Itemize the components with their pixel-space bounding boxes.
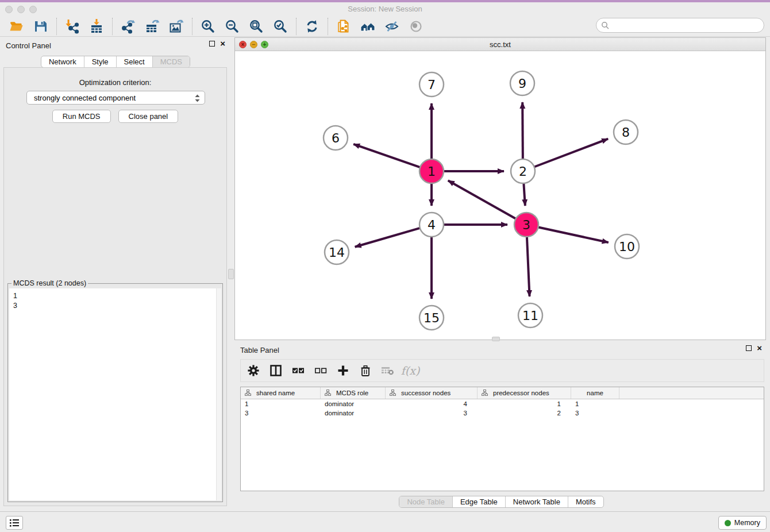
tab-edge-table[interactable]: Edge Table (452, 496, 505, 507)
save-session-icon[interactable] (33, 19, 48, 34)
graph-edge-2-9[interactable] (522, 102, 523, 160)
tab-style[interactable]: Style (84, 56, 116, 67)
ndex-browse-icon[interactable] (360, 19, 375, 34)
close-panel-button[interactable]: Close panel (118, 110, 179, 123)
tab-network-table[interactable]: Network Table (505, 496, 568, 507)
titlebar: Session: New Session (0, 2, 770, 16)
control-panel-title: Control Panel (6, 41, 51, 50)
graph-edge-4-14[interactable] (355, 228, 421, 246)
table-cell[interactable]: 3 (386, 408, 478, 418)
result-scrollbar[interactable] (216, 288, 221, 500)
namespace-icon (325, 390, 331, 397)
control-panel: Control Panel × NetworkStyleSelectMCDS O… (0, 37, 231, 511)
network-canvas[interactable]: 7968124314101511 (235, 51, 765, 340)
optimization-criterion-select[interactable]: strongly connected component (26, 91, 205, 105)
toolbar-separator (296, 18, 297, 35)
copy-network-icon[interactable] (336, 19, 351, 34)
export-network-icon[interactable] (121, 19, 136, 34)
graph-edge-1-6[interactable] (353, 144, 421, 168)
export-image-icon[interactable] (169, 19, 184, 34)
column-header-name[interactable]: name (571, 387, 619, 399)
column-manager-icon[interactable] (269, 364, 283, 377)
tab-select[interactable]: Select (116, 56, 152, 67)
table-cell[interactable]: 1 (571, 399, 619, 408)
toolbar-separator (192, 18, 192, 35)
table-cell[interactable]: 2 (478, 408, 571, 418)
task-history-button[interactable] (6, 516, 23, 530)
window-title: Session: New Session (0, 5, 770, 13)
graph-edge-2-3[interactable] (523, 182, 525, 206)
table-panel-tabs: Node TableEdge TableNetwork TableMotifs (233, 496, 770, 508)
graph-edge-3-11[interactable] (527, 236, 530, 296)
graph-edge-2-8[interactable] (533, 139, 608, 168)
run-mcds-button[interactable]: Run MCDS (52, 110, 111, 123)
column-header-mcds-role[interactable]: MCDS role (321, 387, 386, 399)
function-builder-icon: f(x) (403, 364, 417, 377)
network-graph[interactable]: 7968124314101511 (235, 51, 765, 340)
table-cell[interactable]: 4 (386, 399, 478, 408)
network-window-titlebar[interactable]: × − + scc.txt (235, 38, 765, 51)
export-table-icon[interactable] (145, 19, 160, 34)
table-cell[interactable]: 3 (241, 408, 321, 418)
search-input[interactable] (596, 18, 764, 33)
tab-network[interactable]: Network (41, 56, 84, 67)
import-table-icon[interactable] (89, 19, 104, 34)
float-panel-icon[interactable] (209, 41, 215, 47)
toolbar-separator (56, 18, 57, 35)
table-cell[interactable]: dominator (321, 399, 386, 408)
add-column-icon[interactable] (336, 364, 350, 377)
eye-disabled-icon (409, 19, 424, 34)
delete-column-icon[interactable] (359, 364, 372, 377)
table-row[interactable]: 3dominator323 (241, 408, 764, 418)
close-table-panel-icon[interactable]: × (757, 345, 762, 351)
network-window-title: scc.txt (235, 40, 765, 49)
graph-node-label-11: 11 (522, 309, 538, 323)
node-table[interactable]: shared nameMCDS rolesuccessor nodesprede… (240, 387, 764, 491)
deselect-all-icon[interactable] (314, 364, 328, 377)
table-cell[interactable]: 3 (571, 408, 619, 418)
table-row[interactable]: 1dominator411 (241, 399, 764, 408)
refresh-view-icon[interactable] (305, 19, 319, 34)
tab-mcds[interactable]: MCDS (152, 56, 190, 67)
table-panel-title: Table Panel (240, 346, 279, 354)
namespace-icon (245, 390, 251, 397)
main-toolbar (0, 16, 770, 37)
table-cell[interactable]: 1 (478, 399, 571, 408)
settings-gear-icon[interactable] (247, 364, 260, 377)
graph-node-label-8: 8 (622, 125, 630, 140)
memory-button[interactable]: Memory (718, 516, 767, 530)
column-header-shared-name[interactable]: shared name (241, 387, 321, 399)
graph-edge-3-10[interactable] (537, 227, 609, 242)
column-header-successor-nodes[interactable]: successor nodes (386, 387, 478, 399)
graph-edge-3-1[interactable] (448, 180, 517, 219)
zoom-in-icon[interactable] (201, 19, 215, 34)
import-network-icon[interactable] (65, 19, 80, 34)
zoom-fit-icon[interactable] (249, 19, 264, 34)
zoom-out-icon[interactable] (225, 19, 240, 34)
table-cell[interactable]: dominator (321, 408, 386, 418)
table-toolbar: f(x) (240, 359, 764, 382)
mcds-result-box: MCDS result (2 nodes) 1 3 (7, 283, 223, 502)
zoom-selected-icon[interactable] (273, 19, 288, 34)
close-panel-icon[interactable]: × (220, 41, 225, 47)
table-cell[interactable]: 1 (241, 399, 321, 408)
mcds-result-text: 1 3 (9, 288, 221, 311)
memory-label: Memory (734, 519, 760, 527)
column-label: successor nodes (401, 390, 451, 396)
select-all-icon[interactable] (291, 364, 305, 377)
tab-motifs[interactable]: Motifs (568, 496, 603, 507)
column-label: name (587, 390, 603, 396)
column-header-predecessor-nodes[interactable]: predecessor nodes (478, 387, 571, 399)
open-file-icon[interactable] (9, 19, 24, 34)
tab-node-table[interactable]: Node Table (399, 496, 452, 507)
toggle-visibility-icon[interactable] (384, 19, 399, 34)
graph-node-label-10: 10 (619, 240, 635, 254)
horizontal-splitter-grip[interactable] (492, 337, 500, 341)
vertical-splitter-grip[interactable] (228, 269, 234, 279)
graph-node-label-9: 9 (518, 76, 526, 91)
application-window: Session: New Session (0, 0, 770, 532)
graph-node-label-14: 14 (329, 245, 345, 260)
network-view-window: × − + scc.txt 7968124314101511 (234, 37, 766, 340)
toolbar-separator (328, 18, 328, 35)
float-table-panel-icon[interactable] (746, 345, 752, 351)
